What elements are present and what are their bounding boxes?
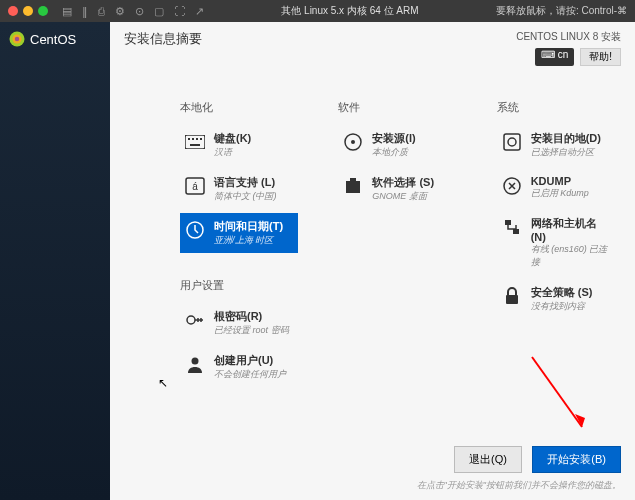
centos-icon bbox=[8, 30, 26, 48]
section-title: 软件 bbox=[338, 100, 456, 115]
share-icon[interactable]: ↗ bbox=[195, 5, 204, 18]
svg-point-12 bbox=[187, 316, 195, 324]
svg-rect-4 bbox=[188, 138, 190, 140]
language-icon: á bbox=[184, 175, 206, 197]
snapshot-icon[interactable]: ⎙ bbox=[98, 5, 105, 18]
svg-point-13 bbox=[192, 358, 199, 365]
spoke-software-selection[interactable]: 软件选择 (S)GNOME 桌面 bbox=[338, 169, 456, 209]
settings-icon[interactable]: ⚙ bbox=[115, 5, 125, 18]
spoke-language[interactable]: á 语言支持 (L)简体中文 (中国) bbox=[180, 169, 298, 209]
svg-point-19 bbox=[508, 138, 516, 146]
spoke-create-user[interactable]: 创建用户(U)不会创建任何用户 bbox=[180, 347, 298, 387]
svg-rect-3 bbox=[185, 135, 205, 149]
spoke-datetime[interactable]: 时间和日期(T)亚洲/上海 时区 bbox=[180, 213, 298, 253]
col-software: 软件 安装源(I)本地介质 软件选择 (S)GNOME 桌面 bbox=[338, 100, 456, 438]
svg-rect-6 bbox=[196, 138, 198, 140]
installer-header: 安装信息摘要 CENTOS LINUX 8 安装 ⌨ cn 帮助! bbox=[110, 22, 635, 70]
svg-rect-5 bbox=[192, 138, 194, 140]
disk-icon bbox=[501, 131, 523, 153]
vm-toolbar[interactable]: ▤ ‖ ⎙ ⚙ ⊙ ▢ ⛶ ↗ bbox=[62, 5, 204, 18]
lock-icon bbox=[501, 285, 523, 307]
col-system: 系统 安装目的地(D)已选择自动分区 KDUMP已启用 Kdump 网络和主机名… bbox=[497, 100, 615, 438]
svg-rect-16 bbox=[346, 181, 360, 193]
spoke-install-source[interactable]: 安装源(I)本地介质 bbox=[338, 125, 456, 165]
summary-content: 本地化 键盘(K)汉语 á 语言支持 (L)简体中文 (中国) 时间和日期(T)… bbox=[110, 70, 635, 438]
section-title: 系统 bbox=[497, 100, 615, 115]
key-icon bbox=[184, 309, 206, 331]
keyboard-indicator[interactable]: ⌨ cn bbox=[535, 48, 574, 66]
sidebar-icon[interactable]: ▤ bbox=[62, 5, 72, 18]
close-dot[interactable] bbox=[8, 6, 18, 16]
min-dot[interactable] bbox=[23, 6, 33, 16]
network-icon bbox=[501, 216, 523, 238]
begin-install-button[interactable]: 开始安装(B) bbox=[532, 446, 621, 473]
help-button[interactable]: 帮助! bbox=[580, 48, 621, 66]
spoke-security[interactable]: 安全策略 (S)没有找到内容 bbox=[497, 279, 615, 319]
clock-icon bbox=[184, 219, 206, 241]
svg-rect-18 bbox=[504, 134, 520, 150]
kdump-icon bbox=[501, 175, 523, 197]
brand-text: CentOS bbox=[30, 32, 76, 47]
svg-rect-8 bbox=[190, 144, 200, 146]
product-name: CENTOS LINUX 8 安装 bbox=[516, 30, 621, 44]
keyboard-icon bbox=[184, 131, 206, 153]
svg-rect-7 bbox=[200, 138, 202, 140]
installer-sidebar: CentOS bbox=[0, 22, 110, 500]
col-localization: 本地化 键盘(K)汉语 á 语言支持 (L)简体中文 (中国) 时间和日期(T)… bbox=[180, 100, 298, 438]
fullscreen-icon[interactable]: ⛶ bbox=[174, 5, 185, 18]
installer-main: 安装信息摘要 CENTOS LINUX 8 安装 ⌨ cn 帮助! 本地化 键盘… bbox=[110, 22, 635, 500]
spoke-root-password[interactable]: 根密码(R)已经设置 root 密码 bbox=[180, 303, 298, 343]
package-icon bbox=[342, 175, 364, 197]
installer-footer: 退出(Q) 开始安装(B) 在点击"开始安装"按钮前我们并不会操作您的磁盘。 bbox=[110, 438, 635, 500]
svg-text:á: á bbox=[192, 181, 198, 192]
disc-icon bbox=[342, 131, 364, 153]
centos-logo: CentOS bbox=[8, 30, 102, 48]
svg-rect-17 bbox=[350, 178, 356, 182]
camera-icon[interactable]: ▢ bbox=[154, 5, 164, 18]
footer-hint: 在点击"开始安装"按钮前我们并不会操作您的磁盘。 bbox=[124, 479, 621, 492]
spoke-install-destination[interactable]: 安装目的地(D)已选择自动分区 bbox=[497, 125, 615, 165]
quit-button[interactable]: 退出(Q) bbox=[454, 446, 522, 473]
section-title: 本地化 bbox=[180, 100, 298, 115]
max-dot[interactable] bbox=[38, 6, 48, 16]
disc-icon[interactable]: ⊙ bbox=[135, 5, 144, 18]
release-hint: 要释放鼠标，请按: Control-⌘ bbox=[496, 4, 627, 18]
svg-point-15 bbox=[351, 140, 355, 144]
spoke-network[interactable]: 网络和主机名(N)有线 (ens160) 已连接 bbox=[497, 210, 615, 275]
window-controls[interactable] bbox=[8, 6, 48, 16]
svg-rect-21 bbox=[505, 220, 511, 225]
vm-title: 其他 Linux 5.x 内核 64 位 ARM bbox=[210, 4, 490, 18]
user-icon bbox=[184, 353, 206, 375]
svg-point-2 bbox=[15, 37, 20, 42]
spoke-kdump[interactable]: KDUMP已启用 Kdump bbox=[497, 169, 615, 206]
spoke-keyboard[interactable]: 键盘(K)汉语 bbox=[180, 125, 298, 165]
pause-icon[interactable]: ‖ bbox=[82, 5, 88, 18]
section-title: 用户设置 bbox=[180, 278, 298, 293]
page-title: 安装信息摘要 bbox=[124, 30, 202, 66]
svg-rect-23 bbox=[506, 295, 518, 304]
vm-titlebar: ▤ ‖ ⎙ ⚙ ⊙ ▢ ⛶ ↗ 其他 Linux 5.x 内核 64 位 ARM… bbox=[0, 0, 635, 22]
